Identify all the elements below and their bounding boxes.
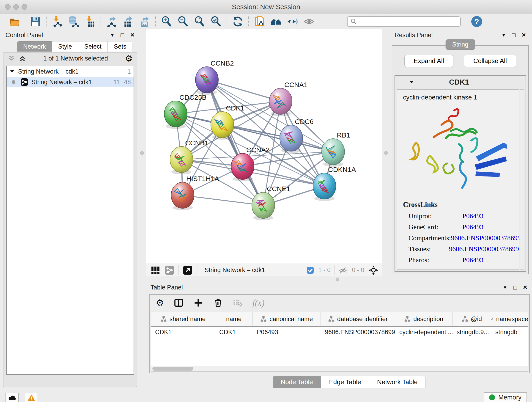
- network-node[interactable]: CCNA1: [269, 81, 308, 116]
- network-node[interactable]: CCNB1: [170, 139, 209, 174]
- help-button[interactable]: ?: [471, 16, 482, 27]
- horizontal-splitter[interactable]: [146, 276, 532, 282]
- right-splitter-grip[interactable]: [384, 151, 388, 155]
- warning-status-button[interactable]: [25, 393, 38, 402]
- network-canvas[interactable]: CCNB2CCNA1CDC25BCDK1CDC6RB1CCNB1CCNA2CDK…: [146, 29, 382, 264]
- network-node[interactable]: CDC6: [280, 118, 314, 153]
- column-header-name[interactable]: name: [215, 312, 253, 326]
- network-node[interactable]: CCNE1: [252, 185, 290, 220]
- network-node[interactable]: HIST1H1A: [171, 175, 219, 210]
- show-columns-icon[interactable]: [174, 298, 184, 308]
- expand-all-tree-icon[interactable]: [19, 55, 26, 62]
- table-horizontal-scrollbar[interactable]: [151, 366, 528, 371]
- import-network-button[interactable]: [49, 15, 65, 28]
- tab-node-table[interactable]: Node Table: [273, 376, 321, 388]
- export-table-button[interactable]: [120, 15, 137, 28]
- table-panel-float-button[interactable]: □: [513, 284, 517, 291]
- hidden-indicator[interactable]: [339, 266, 348, 275]
- table-options-gear-icon[interactable]: ⚙: [156, 298, 164, 308]
- network-view-button[interactable]: [165, 265, 174, 275]
- cell-namespace: stringdb: [491, 327, 528, 338]
- gene-collapse-arrow-icon[interactable]: [409, 79, 415, 85]
- node-label: HIST1H1A: [186, 175, 219, 182]
- eye-icon: [303, 16, 315, 27]
- horizontal-splitter-grip[interactable]: [336, 278, 339, 281]
- grid-view-button[interactable]: [151, 266, 160, 275]
- zoom-in-button[interactable]: [158, 15, 175, 28]
- tab-string[interactable]: String: [446, 39, 475, 50]
- tab-select[interactable]: Select: [78, 41, 108, 51]
- table-panel-menu-button[interactable]: ▼: [503, 285, 507, 290]
- column-header-shared-name[interactable]: shared name: [151, 312, 215, 326]
- crosslink-tissues-link[interactable]: 9606.ENSP00000378699: [449, 245, 519, 253]
- open-session-button[interactable]: [6, 15, 23, 28]
- hide-selected-button[interactable]: [284, 15, 301, 28]
- add-column-icon[interactable]: [193, 298, 203, 308]
- network-graph[interactable]: CCNB2CCNA1CDC25BCDK1CDC6RB1CCNB1CCNA2CDK…: [146, 29, 382, 264]
- control-panel-close-button[interactable]: ✕: [130, 32, 135, 38]
- table-row[interactable]: CDK1 CDK1 P06493 9606.ENSP00000378699 cy…: [151, 327, 528, 338]
- control-panel-menu-button[interactable]: ▼: [110, 32, 114, 38]
- network-options-gear-icon[interactable]: ⚙: [125, 53, 133, 64]
- table-scrollbar-thumb[interactable]: [152, 367, 193, 370]
- tab-edge-table[interactable]: Edge Table: [321, 376, 369, 388]
- tab-style[interactable]: Style: [52, 41, 78, 51]
- column-header-namespace[interactable]: namespace: [491, 312, 528, 326]
- network-node[interactable]: CCNB2: [196, 59, 234, 95]
- right-splitter[interactable]: [382, 29, 389, 276]
- function-builder-icon: f(x): [253, 298, 265, 308]
- network-node[interactable]: RB1: [322, 131, 350, 167]
- tab-network-table[interactable]: Network Table: [369, 376, 426, 388]
- left-splitter[interactable]: [138, 29, 146, 276]
- zoom-fit-button[interactable]: [191, 15, 208, 28]
- column-header-description[interactable]: description: [395, 312, 452, 326]
- cloud-icon: [8, 395, 16, 401]
- control-panel-title: Control Panel: [6, 32, 43, 39]
- import-table-button[interactable]: [82, 15, 98, 28]
- crosslink-pharos-link[interactable]: P06493: [462, 256, 483, 264]
- table-panel-close-button[interactable]: ✕: [523, 284, 527, 291]
- crosslink-genecard-link[interactable]: P06493: [462, 223, 483, 231]
- left-splitter-grip[interactable]: [140, 151, 144, 155]
- detach-view-button[interactable]: [183, 265, 192, 275]
- network-collection-row[interactable]: String Network – cdk1 1: [7, 66, 133, 77]
- network-overview-button[interactable]: [268, 15, 284, 28]
- network-node[interactable]: CDKN1A: [313, 166, 356, 201]
- refresh-view-button[interactable]: [230, 15, 246, 28]
- tab-sets[interactable]: Sets: [108, 41, 133, 51]
- memory-button[interactable]: Memory: [484, 392, 527, 402]
- crosshair-icon: [368, 265, 379, 275]
- collapse-all-button[interactable]: Collapse All: [464, 55, 516, 67]
- tab-network[interactable]: Network: [17, 41, 52, 51]
- export-image-button[interactable]: [137, 15, 153, 28]
- cloud-status-button[interactable]: [6, 393, 19, 402]
- results-panel-float-button[interactable]: □: [512, 32, 515, 39]
- show-all-button[interactable]: [301, 15, 317, 28]
- collection-expand-arrow-icon[interactable]: [9, 69, 15, 74]
- network-row[interactable]: String Network – cdk1 11 48: [7, 77, 133, 87]
- duplicate-network-button[interactable]: [251, 15, 268, 28]
- crosslink-compartments-link[interactable]: 9606.ENSP00000378699: [451, 234, 521, 242]
- export-network-button[interactable]: [104, 15, 120, 28]
- import-network-from-database-button[interactable]: [65, 15, 82, 28]
- results-panel-close-button[interactable]: ✕: [521, 32, 526, 38]
- column-header-id[interactable]: @id: [452, 312, 491, 326]
- search-input[interactable]: [357, 18, 457, 26]
- results-panel-menu-button[interactable]: ▼: [501, 32, 506, 38]
- column-header-database-identifier[interactable]: database identifier: [321, 312, 395, 326]
- delete-row-trash-icon[interactable]: [213, 298, 223, 308]
- cell-name: CDK1: [215, 327, 253, 338]
- crosslink-uniprot-link[interactable]: P06493: [462, 212, 483, 220]
- control-panel-float-button[interactable]: □: [120, 32, 124, 39]
- results-scrollbar[interactable]: [520, 89, 524, 269]
- expand-all-button[interactable]: Expand All: [404, 55, 453, 67]
- column-header-canonical-name[interactable]: canonical name: [253, 312, 321, 326]
- zoom-selected-button[interactable]: [208, 15, 224, 28]
- selected-indicator[interactable]: [306, 266, 314, 274]
- birds-eye-toggle-button[interactable]: [368, 265, 379, 275]
- grid-icon: [151, 266, 160, 275]
- save-session-button[interactable]: [27, 15, 44, 28]
- gene-symbol: CDK1: [449, 78, 469, 86]
- zoom-out-button[interactable]: [175, 15, 191, 28]
- collapse-all-tree-icon[interactable]: [7, 55, 15, 62]
